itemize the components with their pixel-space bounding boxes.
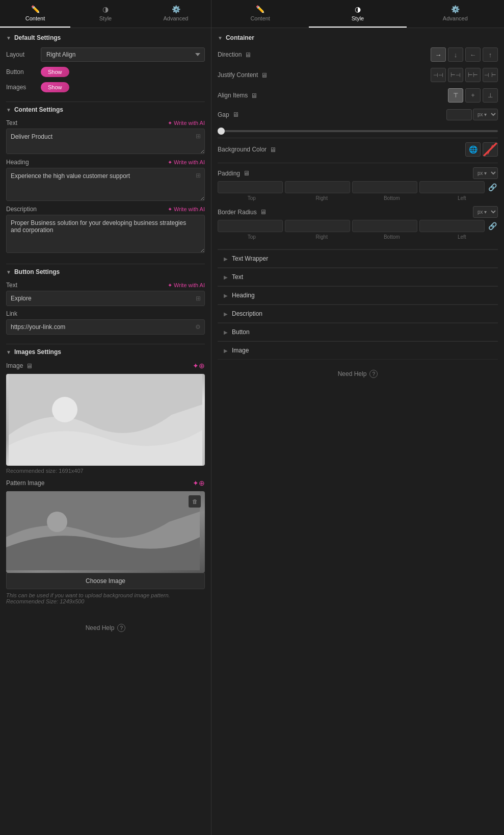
button-collapsible-label: Button <box>232 328 250 336</box>
align-responsive-icon: 🖥 <box>251 92 257 99</box>
tab-content-left[interactable]: ✏️ Content <box>0 0 70 28</box>
align-btn-bottom[interactable]: ⊥ <box>483 88 498 103</box>
svg-point-3 <box>47 512 67 532</box>
direction-btn-left[interactable]: ← <box>465 47 481 62</box>
tab-style-right[interactable]: ◑ Style <box>309 0 406 28</box>
btn-text-input[interactable] <box>6 291 205 306</box>
tab-content-right[interactable]: ✏️ Content <box>211 0 309 28</box>
border-radius-bottom-input[interactable] <box>352 220 417 232</box>
padding-label: Padding <box>218 170 240 177</box>
svg-point-1 <box>52 397 77 422</box>
tab-style-left[interactable]: ◑ Style <box>70 0 141 28</box>
align-btn-top[interactable]: ⊤ <box>448 88 463 103</box>
button-settings-header[interactable]: ▼ Button Settings <box>6 268 205 275</box>
content-settings-header[interactable]: ▼ Content Settings <box>6 106 205 113</box>
btn-text-ai-button[interactable]: ✦ Write with AI <box>168 282 205 289</box>
padding-inputs: 🔗 <box>218 181 498 193</box>
button-collapsible[interactable]: ▶ Button <box>218 323 498 341</box>
right-need-help[interactable]: Need Help ? <box>218 360 498 388</box>
bg-color-globe-btn[interactable]: 🌐 <box>465 142 481 157</box>
button-caret: ▶ <box>224 330 228 335</box>
border-radius-link-icon[interactable]: 🔗 <box>487 222 498 230</box>
justify-btn-between[interactable]: ⊣ ⊢ <box>483 68 498 82</box>
padding-unit-wrap: px ▾ % <box>473 167 498 179</box>
gap-unit-select[interactable]: px ▾ % em <box>473 109 498 120</box>
text-copy-icon[interactable]: ⊞ <box>196 133 201 140</box>
choose-image-button[interactable]: Choose Image <box>6 573 205 589</box>
description-field-header: Description ✦ Write with AI <box>6 206 205 213</box>
right-panel: ✏️ Content ◑ Style ⚙️ Advanced ▼ Contain… <box>211 0 504 835</box>
left-panel-content: ▼ Default Settings Layout Right Align Le… <box>0 28 211 835</box>
left-need-help-text: Need Help <box>86 624 115 631</box>
advanced-icon-left: ⚙️ <box>172 5 180 13</box>
image-placeholder[interactable] <box>6 374 205 466</box>
layout-select[interactable]: Right Align Left Align Center Align <box>41 47 205 62</box>
image-svg <box>9 374 202 466</box>
pattern-image-wrap[interactable]: 🗑 <box>6 491 205 573</box>
bg-color-slash-btn[interactable]: ╱ <box>483 142 498 157</box>
border-radius-right-input[interactable] <box>285 220 350 232</box>
text-collapsible[interactable]: ▶ Text <box>218 268 498 286</box>
tab-advanced-left[interactable]: ⚙️ Advanced <box>141 0 211 28</box>
justify-btn-end[interactable]: ⊢⊢ <box>465 68 481 82</box>
container-title: Container <box>226 34 254 41</box>
description-textarea[interactable] <box>6 215 205 253</box>
border-radius-left-input[interactable] <box>419 220 485 232</box>
direction-btn-right[interactable]: → <box>431 47 446 62</box>
pattern-svg <box>6 491 200 570</box>
button-toggle[interactable]: Show <box>41 67 69 77</box>
padding-top-label: Top <box>218 195 286 201</box>
btn-copy-icon[interactable]: ⊞ <box>196 295 201 302</box>
heading-ai-button[interactable]: ✦ Write with AI <box>168 159 205 166</box>
default-settings-header[interactable]: ▼ Default Settings <box>6 34 205 41</box>
padding-unit-select[interactable]: px ▾ % <box>473 167 498 179</box>
padding-bottom-input[interactable] <box>352 181 417 193</box>
justify-btn-center[interactable]: ⊢⊣ <box>448 68 463 82</box>
left-tab-bar: ✏️ Content ◑ Style ⚙️ Advanced <box>0 0 211 28</box>
pattern-magic-icon[interactable]: ✦⊕ <box>193 479 205 487</box>
heading-textarea[interactable] <box>6 168 205 201</box>
button-settings-section: ▼ Button Settings Text ✦ Write with AI ⊞… <box>6 268 205 335</box>
align-items-label: Align Items <box>218 92 248 99</box>
left-need-help[interactable]: Need Help ? <box>6 614 205 642</box>
heading-collapsible[interactable]: ▶ Heading <box>218 286 498 304</box>
direction-btn-up[interactable]: ↑ <box>483 47 498 62</box>
border-radius-bottom-label: Bottom <box>358 234 426 240</box>
images-label: Images <box>6 84 37 91</box>
tab-advanced-right[interactable]: ⚙️ Advanced <box>407 0 504 28</box>
right-need-help-text: Need Help <box>338 370 367 377</box>
text-textarea[interactable] <box>6 129 205 154</box>
container-header[interactable]: ▼ Container <box>218 34 498 41</box>
description-ai-button[interactable]: ✦ Write with AI <box>168 206 205 213</box>
heading-copy-icon[interactable]: ⊞ <box>196 172 201 179</box>
description-collapsible[interactable]: ▶ Description <box>218 305 498 322</box>
padding-link-icon[interactable]: 🔗 <box>487 183 498 191</box>
text-wrapper-collapsible[interactable]: ▶ Text Wrapper <box>218 249 498 267</box>
border-radius-top-input[interactable] <box>218 220 283 232</box>
gap-input[interactable] <box>446 109 472 120</box>
text-wrapper-caret: ▶ <box>224 256 228 262</box>
image-collapsible[interactable]: ▶ Image <box>218 341 498 359</box>
pattern-delete-button[interactable]: 🗑 <box>189 495 201 508</box>
description-textarea-wrap <box>6 215 205 255</box>
gap-slider[interactable] <box>218 130 498 132</box>
text-ai-button[interactable]: ✦ Write with AI <box>168 120 205 126</box>
image-caret: ▶ <box>224 348 228 353</box>
text-field-label: Text <box>6 119 17 126</box>
padding-left-input[interactable] <box>419 181 485 193</box>
text-textarea-wrap: ⊞ <box>6 129 205 156</box>
padding-right-input[interactable] <box>285 181 350 193</box>
sparkle-icon-btn: ✦ <box>168 282 172 289</box>
images-toggle[interactable]: Show <box>41 82 69 92</box>
gap-label: Gap <box>218 111 229 118</box>
border-radius-unit-select[interactable]: px ▾ % <box>473 206 498 218</box>
direction-btn-down[interactable]: ↓ <box>448 47 463 62</box>
images-settings-header[interactable]: ▼ Images Settings <box>6 348 205 356</box>
link-input[interactable] <box>6 319 205 335</box>
link-field-header: Link <box>6 310 205 317</box>
padding-top-input[interactable] <box>218 181 283 193</box>
justify-btn-start[interactable]: ⊣⊣ <box>431 68 446 82</box>
align-btn-center[interactable]: + <box>465 88 481 103</box>
link-settings-icon[interactable]: ⚙ <box>195 323 201 331</box>
image-magic-icon[interactable]: ✦⊕ <box>193 362 205 370</box>
